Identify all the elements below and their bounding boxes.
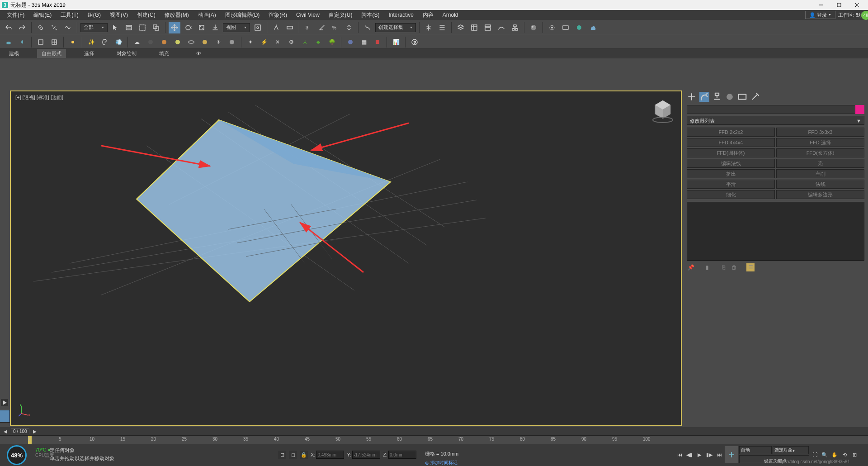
mod-shell[interactable]: 壳 — [776, 159, 864, 168]
bolt-icon[interactable]: ⚡ — [258, 36, 270, 48]
ribbon-tab-model[interactable]: 建模 — [5, 49, 24, 58]
tree2-icon[interactable]: 🌳 — [326, 36, 338, 48]
remove-mod-icon[interactable]: 🗑 — [730, 263, 738, 271]
mod-lathe[interactable]: 车削 — [776, 169, 864, 178]
move-button[interactable] — [169, 22, 180, 33]
render-frame-button[interactable] — [560, 22, 571, 33]
align-button[interactable] — [436, 22, 448, 33]
spinner-snap-button[interactable] — [343, 22, 355, 33]
render-button[interactable] — [573, 22, 585, 33]
login-button[interactable]: 👤登录▼ — [805, 11, 835, 19]
menu-content[interactable]: 内容 — [418, 10, 438, 20]
mod-ffdsel[interactable]: FFD 选择 — [776, 138, 864, 147]
mod-tessellate[interactable]: 细化 — [687, 190, 775, 199]
object-color-swatch[interactable] — [855, 105, 864, 114]
time-right-icon[interactable]: ▶ — [33, 429, 37, 434]
modifier-stack[interactable] — [687, 202, 864, 261]
lock-icon[interactable]: ⊡ — [278, 451, 286, 459]
display-tab-icon[interactable] — [737, 92, 747, 102]
mod-ffd222[interactable]: FFD 2x2x2 — [687, 128, 775, 137]
timeline-ruler[interactable]: 0510152025303540455055606570758085909510… — [0, 435, 868, 444]
mod-ffdbox[interactable]: FFD(长方体) — [776, 148, 864, 157]
menu-file[interactable]: 文件(F) — [2, 10, 29, 20]
menu-tools[interactable]: 工具(T) — [56, 10, 83, 20]
z-input[interactable] — [388, 451, 416, 459]
goto-start-icon[interactable]: ⏮ — [675, 450, 684, 459]
grass-icon[interactable]: ⅄ — [299, 36, 311, 48]
gold-sphere-icon[interactable] — [199, 36, 211, 48]
teapot-icon[interactable] — [3, 36, 14, 48]
editset-button[interactable] — [362, 22, 373, 33]
menu-views[interactable]: 视图(V) — [105, 10, 132, 20]
sphere-dark-icon[interactable] — [145, 36, 156, 48]
help-icon[interactable]: ? — [409, 36, 420, 48]
utilities-tab-icon[interactable] — [750, 92, 760, 102]
menu-render[interactable]: 渲染(R) — [264, 10, 292, 20]
mod-ffd444[interactable]: FFD 4x4x4 — [687, 138, 775, 147]
modify-tab-icon[interactable] — [699, 92, 709, 102]
grid1-icon[interactable] — [35, 36, 47, 48]
viewport-label[interactable]: [+] [透视] [标准] [边面] — [15, 94, 63, 101]
unlink-button[interactable] — [48, 22, 60, 33]
place-button[interactable] — [209, 22, 221, 33]
viewport-layout-button[interactable] — [0, 410, 10, 423]
particle-icon[interactable]: ✨ — [85, 36, 97, 48]
planet-icon[interactable] — [344, 36, 356, 48]
rect-select-button[interactable] — [137, 22, 148, 33]
motion-tab-icon[interactable] — [725, 92, 735, 102]
viewport[interactable]: [+] [透视] [标准] [边面] — [10, 90, 682, 426]
manipulate-button[interactable] — [270, 22, 282, 33]
mod-extrude[interactable]: 挤出 — [687, 169, 775, 178]
menu-graph[interactable]: 图形编辑器(D) — [221, 10, 264, 20]
ribbon-tab-freeform[interactable]: 自由形式 — [37, 49, 66, 58]
minimize-button[interactable] — [812, 0, 830, 10]
notification-badge[interactable]: 48 — [861, 11, 868, 20]
angle-snap-button[interactable] — [316, 22, 328, 33]
maximize-vp-icon[interactable]: ⛶ — [810, 450, 819, 459]
time-left-icon[interactable]: ◀ — [4, 429, 7, 434]
gear-icon[interactable]: ⚙ — [285, 36, 297, 48]
menu-custom[interactable]: 自定义(U) — [324, 10, 357, 20]
cloud-icon[interactable]: ☁ — [131, 36, 143, 48]
render-cloud-button[interactable] — [587, 22, 599, 33]
mod-ffdcyl[interactable]: FFD(圆柱体) — [687, 148, 775, 157]
close-button[interactable] — [848, 0, 866, 10]
cubes-icon[interactable]: ▦ — [358, 36, 370, 48]
curve-editor-button[interactable] — [495, 22, 507, 33]
mirror-button[interactable] — [423, 22, 434, 33]
grid2-icon[interactable] — [48, 36, 60, 48]
menu-script[interactable]: 脚本(S) — [357, 10, 384, 20]
expand-left-button[interactable] — [1, 399, 8, 406]
select-button[interactable] — [109, 22, 121, 33]
mod-editnormal[interactable]: 编辑法线 — [687, 159, 775, 168]
chart-icon[interactable]: 📊 — [390, 36, 402, 48]
render-setup-button[interactable] — [546, 22, 558, 33]
menu-anim[interactable]: 动画(A) — [193, 10, 221, 20]
selectionset-select[interactable]: 创建选择集▼ — [375, 23, 416, 32]
force-icon[interactable]: 💨 — [113, 36, 124, 48]
viewcube[interactable] — [651, 98, 674, 121]
object-name-input[interactable] — [687, 105, 855, 114]
menu-arnold[interactable]: Arnold — [438, 10, 463, 20]
selected-obj-select[interactable]: 选定对象 ▾ — [773, 446, 809, 454]
x-input[interactable] — [316, 451, 344, 459]
next-frame-icon[interactable]: ▮▶ — [705, 450, 714, 459]
modifier-list-dropdown[interactable]: 修改器列表▼ — [687, 116, 864, 125]
link-button[interactable] — [35, 22, 47, 33]
goto-end-icon[interactable]: ⏭ — [715, 450, 724, 459]
tree-icon[interactable]: ♣ — [312, 36, 324, 48]
sphere-yellow-icon[interactable] — [172, 36, 184, 48]
ribbon-tab-select[interactable]: 选择 — [80, 49, 99, 58]
show-result-icon[interactable]: ▮ — [703, 263, 711, 271]
menu-edit[interactable]: 编辑(E) — [29, 10, 56, 20]
lockselect-icon[interactable]: 🔒 — [300, 451, 308, 459]
material-button[interactable] — [528, 22, 539, 33]
mod-editpoly[interactable]: 编辑多边形 — [776, 190, 864, 199]
keyboard-button[interactable] — [284, 22, 296, 33]
scene-button[interactable] — [468, 22, 480, 33]
menu-create[interactable]: 创建(C) — [132, 10, 160, 20]
window-crossing-button[interactable] — [150, 22, 162, 33]
menu-interactive[interactable]: Interactive — [384, 10, 418, 20]
add-time-tag[interactable]: ⊕添加时间标记 — [425, 460, 458, 466]
isolate-icon[interactable]: ◻ — [289, 451, 297, 459]
